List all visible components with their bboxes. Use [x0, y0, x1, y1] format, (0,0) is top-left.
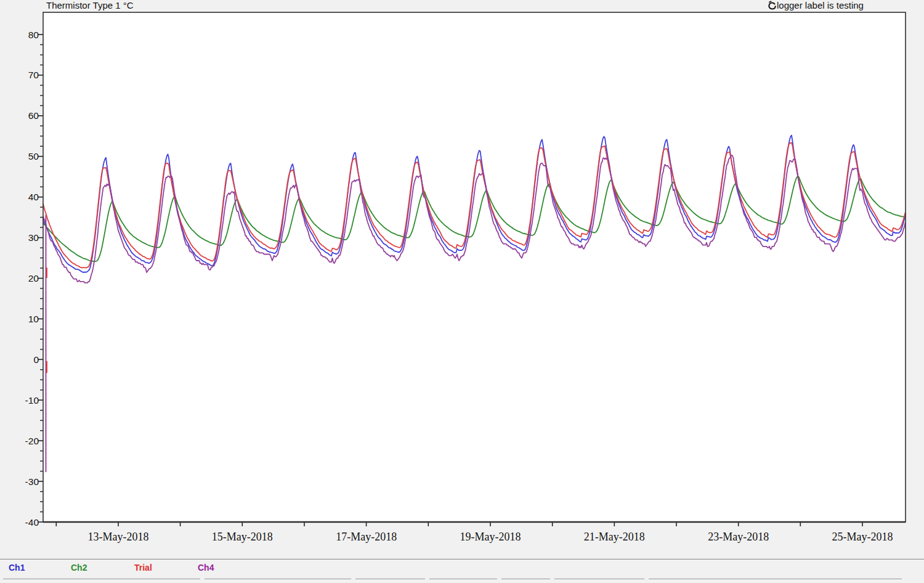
svg-text:-20: -20 [25, 436, 39, 446]
svg-text:20: 20 [28, 273, 39, 283]
svg-text:-10: -10 [25, 395, 39, 406]
svg-text:13-May-2018: 13-May-2018 [88, 531, 149, 543]
svg-text:50: 50 [28, 151, 39, 161]
svg-text:25-May-2018: 25-May-2018 [832, 531, 893, 543]
svg-text:Ch1: Ch1 [9, 563, 25, 573]
svg-text:21-May-2018: 21-May-2018 [584, 531, 645, 543]
svg-text:Ch4: Ch4 [198, 563, 214, 573]
svg-text:60: 60 [28, 110, 39, 121]
svg-text:Ch2: Ch2 [71, 563, 87, 573]
svg-text:-40: -40 [25, 517, 39, 528]
svg-text:0: 0 [33, 354, 39, 365]
svg-text:Thermistor Type 1 °C: Thermistor Type 1 °C [46, 0, 134, 10]
svg-text:30: 30 [28, 232, 39, 243]
svg-text:-30: -30 [25, 476, 39, 487]
svg-text:10: 10 [28, 314, 39, 324]
svg-text:17-May-2018: 17-May-2018 [336, 531, 397, 543]
svg-text:70: 70 [28, 70, 39, 80]
svg-text:19-May-2018: 19-May-2018 [460, 531, 521, 543]
svg-text:80: 80 [28, 30, 39, 40]
svg-text:logger label is testing: logger label is testing [777, 0, 864, 10]
svg-text:Trial: Trial [134, 563, 152, 573]
svg-text:40: 40 [28, 192, 39, 202]
svg-text:23-May-2018: 23-May-2018 [708, 531, 769, 543]
svg-text:15-May-2018: 15-May-2018 [212, 531, 273, 543]
